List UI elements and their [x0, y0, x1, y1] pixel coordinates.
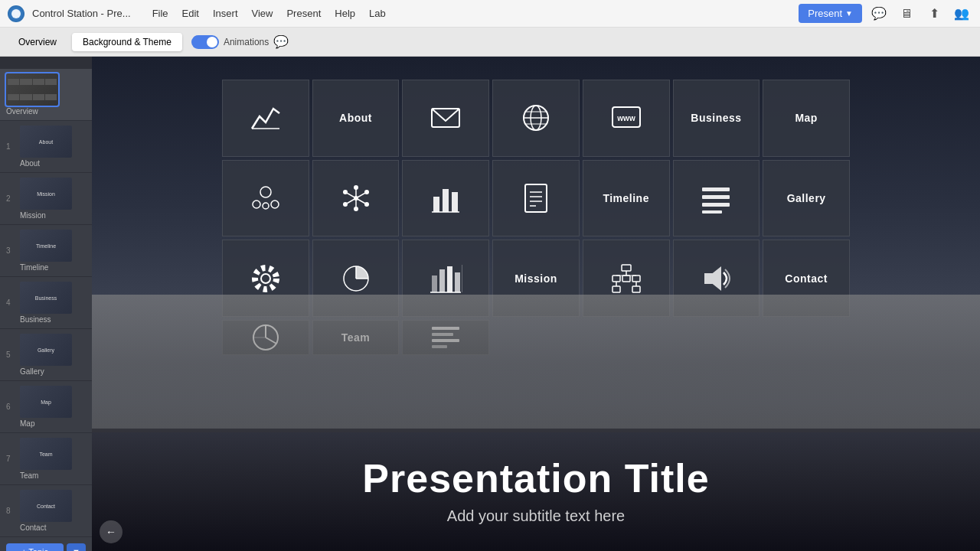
svg-rect-47 — [447, 266, 452, 292]
slide-thumb-5[interactable]: 5 Gallery Gallery — [0, 329, 92, 381]
present-button[interactable]: Present ▼ — [799, 4, 862, 23]
slide-thumb-overview[interactable]: Overview — [0, 69, 92, 121]
svg-line-24 — [356, 198, 367, 204]
bar-chart-icon — [429, 181, 462, 215]
slide-thumb-7[interactable]: 7 Team Team — [0, 433, 92, 485]
svg-point-17 — [343, 202, 348, 207]
svg-point-11 — [253, 201, 260, 208]
svg-rect-48 — [455, 272, 460, 292]
slide7-preview: Team — [20, 438, 72, 470]
animations-toggle[interactable] — [191, 35, 219, 49]
background-theme-tab[interactable]: Background & Theme — [72, 33, 182, 51]
app-logo — [8, 5, 24, 22]
menu-present[interactable]: Present — [280, 5, 327, 22]
menu-view[interactable]: View — [246, 5, 279, 22]
add-topic-button[interactable]: + Topic — [6, 543, 64, 551]
cell-gallery[interactable]: Gallery — [763, 160, 850, 237]
slide-num-3: 3 — [6, 246, 15, 255]
chat-icon[interactable]: 💬 — [868, 3, 890, 24]
slide-num-2: 2 — [6, 194, 15, 203]
screen-icon[interactable]: 🖥 — [896, 3, 917, 24]
gear-icon — [249, 262, 283, 295]
menu-edit[interactable]: Edit — [176, 5, 205, 22]
cell-timeline[interactable]: Timeline — [583, 160, 670, 237]
cell-bar-chart[interactable] — [402, 160, 489, 237]
overview-thumb-wrap: Overview — [6, 73, 58, 116]
users-icon[interactable]: 👥 — [951, 3, 972, 24]
document-icon — [519, 181, 553, 215]
slide2-preview: Mission — [20, 178, 72, 210]
slide1-inner: About — [20, 126, 72, 158]
slide-thumb-8[interactable]: 8 Contact Contact — [0, 485, 92, 537]
animations-label: Animations — [224, 37, 269, 47]
slide3-preview: Timeline — [20, 230, 72, 262]
slide-thumb-2[interactable]: 2 Mission Mission — [0, 173, 92, 225]
slide-thumb-6[interactable]: 6 Map Map — [0, 381, 92, 433]
main-content: Overview 1 About About 2 Mission Mission — [0, 57, 980, 551]
cell-globe[interactable] — [492, 80, 580, 157]
overview-tab[interactable]: Overview — [8, 33, 67, 51]
svg-text:www: www — [616, 114, 635, 122]
cell-lines[interactable] — [673, 160, 760, 237]
present-dropdown-arrow[interactable]: ▼ — [845, 9, 853, 18]
comment-icon[interactable]: 💬 — [273, 34, 289, 49]
menu-help[interactable]: Help — [328, 5, 361, 22]
back-arrow-button[interactable]: ← — [100, 520, 122, 543]
cell-line-chart[interactable] — [222, 80, 309, 157]
topic-dropdown-button[interactable]: ▼ — [67, 543, 86, 551]
cell-network[interactable] — [312, 160, 400, 237]
svg-point-15 — [343, 190, 348, 194]
sidebar-bottom: + Topic ▼ — [0, 537, 92, 551]
slide1-wrap: About About — [20, 126, 72, 168]
svg-rect-31 — [525, 184, 547, 212]
cell-document[interactable] — [492, 160, 580, 237]
pie-chart-icon — [339, 262, 373, 295]
slide8-wrap: Contact Contact — [20, 490, 72, 532]
cell-map[interactable]: Map — [763, 80, 850, 157]
menu-lab[interactable]: Lab — [363, 5, 392, 22]
cell-about[interactable]: About — [312, 80, 400, 157]
globe-icon — [519, 101, 553, 135]
svg-point-41 — [255, 268, 276, 289]
slide3-wrap: Timeline Timeline — [20, 230, 72, 272]
bar-chart2-icon — [429, 262, 462, 295]
share-icon[interactable]: ⬆ — [923, 3, 945, 24]
slide-thumb-1[interactable]: 1 About About — [0, 121, 92, 173]
speaker-icon — [699, 262, 733, 295]
svg-marker-61 — [705, 268, 720, 289]
svg-rect-45 — [432, 276, 437, 292]
slide4-label: Business — [20, 315, 72, 324]
presentation-subtitle: Add your subtitle text here — [447, 507, 625, 525]
slide-canvas: About — [92, 57, 980, 551]
slide1-label: About — [20, 159, 72, 168]
menu-file[interactable]: File — [146, 5, 175, 22]
slide7-label: Team — [20, 471, 72, 480]
network-icon — [339, 181, 373, 215]
title-area: Presentation Title Add your subtitle tex… — [92, 429, 980, 551]
slide-thumb-3[interactable]: 3 Timeline Timeline — [0, 225, 92, 277]
sidebar: Overview 1 About About 2 Mission Mission — [0, 57, 92, 551]
menu-insert[interactable]: Insert — [207, 5, 244, 22]
app-title: Control Station - Pre... — [32, 8, 131, 19]
slide3-label: Timeline — [20, 263, 72, 272]
cell-circles[interactable] — [222, 160, 309, 237]
menu-bar: File Edit Insert View Present Help Lab — [146, 5, 799, 22]
slide6-label: Map — [20, 419, 72, 428]
about-label: About — [339, 112, 372, 124]
slide-num-5: 5 — [6, 350, 15, 359]
slide7-inner: Team — [20, 438, 72, 470]
control-panel-bg — [92, 295, 980, 432]
slide-thumb-4[interactable]: 4 Business Business — [0, 277, 92, 329]
slide4-inner: Business — [20, 282, 72, 314]
cell-business[interactable]: Business — [673, 80, 760, 157]
cell-www[interactable]: www — [583, 80, 670, 157]
slide-num-8: 8 — [6, 507, 15, 515]
slide5-preview: Gallery — [20, 334, 72, 366]
svg-rect-56 — [632, 286, 640, 292]
svg-point-12 — [271, 201, 279, 208]
svg-point-10 — [260, 187, 271, 197]
sidebar-header — [0, 57, 92, 69]
slide-num-1: 1 — [6, 142, 15, 151]
cell-email[interactable] — [402, 80, 489, 157]
slide8-label: Contact — [20, 523, 72, 532]
